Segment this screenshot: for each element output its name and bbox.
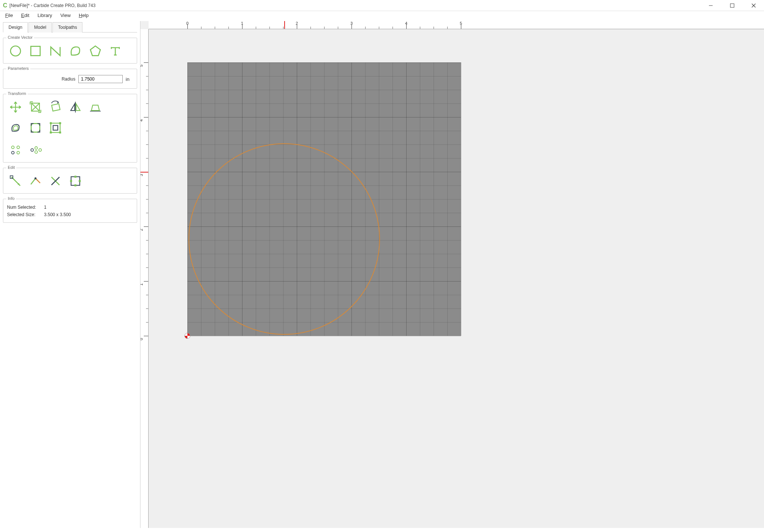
canvas-area[interactable]: 012345 012345: [140, 21, 764, 528]
tabs: Design Model Toolpaths: [3, 22, 137, 33]
svg-rect-14: [59, 122, 61, 124]
canvas[interactable]: [149, 29, 764, 528]
svg-rect-8: [52, 104, 60, 111]
ruler-y-label: 4: [140, 119, 143, 122]
titlebar: C [NewFile]* - Carbide Create PRO, Build…: [0, 0, 764, 11]
parameters-section: Parameters Radius in: [3, 69, 137, 89]
group-tool-icon[interactable]: [47, 119, 64, 136]
num-selected-label: Num Selected:: [7, 204, 40, 211]
left-panel: Design Model Toolpaths Create Vector Par…: [0, 21, 140, 528]
boolean-tool-icon[interactable]: [67, 173, 84, 190]
cut-tool-icon[interactable]: [47, 173, 64, 190]
create-vector-section: Create Vector: [3, 38, 137, 64]
svg-point-24: [39, 149, 41, 151]
ruler-y-label: 5: [140, 65, 143, 67]
menu-help[interactable]: Help: [79, 13, 89, 18]
align-tool-icon[interactable]: [87, 99, 104, 116]
svg-rect-5: [31, 46, 40, 55]
selected-size-label: Selected Size:: [7, 211, 40, 218]
app-icon: C: [3, 2, 7, 9]
ruler-x-label: 3: [350, 21, 353, 25]
window-title: [NewFile]* - Carbide Create PRO, Build 7…: [10, 3, 703, 8]
svg-point-21: [31, 149, 33, 151]
transform-legend: Transform: [6, 91, 28, 96]
svg-rect-12: [53, 126, 58, 130]
ruler-x-label: 1: [241, 21, 243, 25]
trim-tool-icon[interactable]: [27, 173, 44, 190]
radius-input[interactable]: [78, 75, 123, 83]
ruler-x-label: 0: [186, 21, 189, 25]
svg-rect-13: [50, 122, 52, 124]
menu-view[interactable]: View: [60, 13, 71, 18]
svg-point-4: [11, 46, 21, 56]
svg-point-27: [34, 177, 36, 179]
minimize-button[interactable]: [703, 0, 718, 11]
node-edit-tool-icon[interactable]: [7, 173, 24, 190]
create-vector-legend: Create Vector: [6, 35, 34, 40]
origin-marker: [184, 333, 190, 339]
text-tool-icon[interactable]: [107, 42, 124, 59]
tab-design[interactable]: Design: [3, 22, 28, 33]
svg-rect-11: [51, 123, 60, 132]
maximize-button[interactable]: [725, 0, 740, 11]
circular-array-tool-icon[interactable]: [7, 141, 24, 158]
polyline-tool-icon[interactable]: [47, 42, 64, 59]
ruler-top: 012345: [149, 21, 764, 29]
svg-rect-16: [59, 132, 61, 133]
ruler-x-label: 5: [460, 21, 462, 25]
svg-point-17: [11, 146, 14, 149]
close-button[interactable]: [746, 0, 761, 11]
tab-model[interactable]: Model: [28, 22, 52, 33]
svg-rect-28: [71, 177, 79, 185]
rectangle-tool-icon[interactable]: [27, 42, 44, 59]
scale-tool-icon[interactable]: [27, 99, 44, 116]
svg-rect-10: [31, 123, 40, 132]
svg-point-23: [35, 151, 37, 153]
menu-library[interactable]: Library: [37, 13, 52, 18]
svg-rect-32: [74, 184, 76, 186]
menu-edit[interactable]: Edit: [21, 13, 29, 18]
menu-file[interactable]: File: [5, 13, 13, 18]
info-legend: Info: [6, 196, 16, 201]
polygon-tool-icon[interactable]: [87, 42, 104, 59]
svg-rect-29: [70, 180, 72, 182]
svg-rect-31: [74, 176, 76, 178]
menubar: File Edit Library View Help: [0, 11, 764, 21]
curve-tool-icon[interactable]: [67, 42, 84, 59]
svg-point-22: [35, 147, 37, 149]
edit-legend: Edit: [6, 165, 16, 170]
ruler-left: 012345: [140, 29, 149, 528]
ruler-x-label: 4: [405, 21, 407, 25]
ruler-y-label: 2: [140, 229, 143, 231]
svg-point-20: [17, 151, 20, 154]
offset-tool-icon[interactable]: [7, 119, 24, 136]
parameters-legend: Parameters: [6, 66, 30, 71]
info-section: Info Num Selected:1 Selected Size:3.500 …: [3, 199, 137, 223]
svg-marker-6: [91, 46, 101, 56]
tab-toolpaths[interactable]: Toolpaths: [52, 22, 82, 33]
svg-rect-1: [730, 4, 734, 7]
ruler-y-label: 0: [140, 338, 143, 340]
radius-unit: in: [126, 76, 133, 82]
ruler-y-label: 3: [140, 174, 143, 176]
ruler-y-label: 1: [140, 283, 143, 286]
svg-rect-15: [50, 132, 52, 133]
selected-size-value: 3.500 x 3.500: [44, 211, 71, 218]
num-selected-value: 1: [44, 204, 47, 211]
ruler-x-label: 2: [296, 21, 298, 25]
svg-point-18: [17, 146, 20, 149]
radius-label: Radius: [62, 76, 75, 82]
svg-rect-30: [79, 180, 81, 182]
selected-circle[interactable]: [189, 143, 380, 335]
circle-tool-icon[interactable]: [7, 42, 24, 59]
mirror-tool-icon[interactable]: [67, 99, 84, 116]
linear-array-tool-icon[interactable]: [27, 141, 44, 158]
rotate-tool-icon[interactable]: [47, 99, 64, 116]
corner-tool-icon[interactable]: [27, 119, 44, 136]
edit-section: Edit: [3, 168, 137, 194]
svg-point-19: [11, 151, 14, 154]
transform-section: Transform: [3, 94, 137, 163]
move-tool-icon[interactable]: [7, 99, 24, 116]
